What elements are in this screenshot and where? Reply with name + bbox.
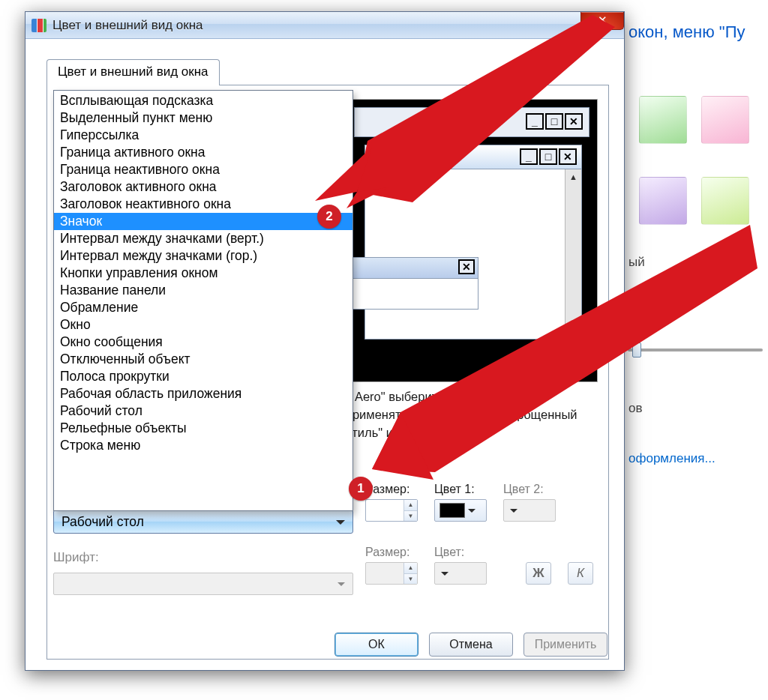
list-item[interactable]: Заголовок неактивного окна <box>54 196 352 213</box>
preview-area: _ □ ✕ _ □ ✕ нная ▲ <box>346 99 598 382</box>
preview-close-icon: ✕ <box>458 259 475 274</box>
color1-label: Цвет 1: <box>434 483 487 496</box>
bg-slider-track <box>628 349 763 351</box>
bg-slider-thumb[interactable] <box>632 343 641 357</box>
list-item[interactable]: Гиперссылка <box>54 127 352 144</box>
spin-down-icon[interactable]: ▼ <box>404 511 417 522</box>
size-label: Размер: <box>365 483 418 496</box>
list-item[interactable]: Рельефные объекты <box>54 420 352 437</box>
annotation-bubble-1: 1 <box>349 477 373 501</box>
list-item[interactable]: Окно <box>54 316 352 334</box>
font-label: Шрифт: <box>53 550 99 565</box>
bg-link-text[interactable]: оформления... <box>628 451 716 466</box>
list-item[interactable]: Рабочий стол <box>54 402 352 420</box>
bg-text-fragment-2: ов <box>628 401 643 416</box>
list-item[interactable]: Граница активного окна <box>54 144 352 161</box>
tab-window-color[interactable]: Цвет и внешний вид окна <box>46 59 220 85</box>
color2-picker <box>503 499 556 522</box>
element-dropdown-list[interactable]: Всплывающая подсказкаВыделенный пункт ме… <box>53 90 353 511</box>
spin-up-icon: ▲ <box>404 563 417 574</box>
color-swatch-lime[interactable] <box>701 177 749 225</box>
element-combobox[interactable]: Рабочий стол <box>53 510 353 534</box>
spin-up-icon[interactable]: ▲ <box>404 500 417 511</box>
color-swatch-pink[interactable] <box>701 96 749 144</box>
preview-active-window: _ □ ✕ нная ▲ ▼ <box>364 145 582 340</box>
titlebar[interactable]: Цвет и внешний вид окна ✕ <box>26 12 624 39</box>
preview-close-icon: ✕ <box>559 148 577 165</box>
font-size-label: Размер: <box>365 546 418 559</box>
italic-button[interactable]: К <box>568 562 593 585</box>
dialog-body: Цвет и внешний вид окна _ □ ✕ _ □ <box>26 39 624 670</box>
bg-text-fragment-1: ый <box>628 255 645 270</box>
preview-caption-fragment: нная <box>373 175 400 190</box>
personalization-icon <box>32 19 46 32</box>
preview-message-box: ✕ <box>351 257 478 310</box>
preview-inactive-bar: _ □ ✕ <box>354 107 590 137</box>
list-item[interactable]: Интервал между значками (гор.) <box>54 247 352 265</box>
font-combobox <box>53 573 353 595</box>
preview-scrollbar: ▲ ▼ <box>565 169 581 339</box>
cancel-button[interactable]: Отмена <box>429 633 513 657</box>
dialog-title: Цвет и внешний вид окна <box>52 18 203 33</box>
list-item[interactable]: Всплывающая подсказка <box>54 92 352 109</box>
list-item[interactable]: Полоса прокрутки <box>54 368 352 385</box>
color-swatch-green[interactable] <box>639 96 687 144</box>
list-item[interactable]: Заголовок активного окна <box>54 178 352 196</box>
font-size-spinner: ▲▼ <box>365 562 418 585</box>
list-item[interactable]: Название панели <box>54 282 352 299</box>
preview-min-icon: _ <box>520 148 538 165</box>
list-item[interactable]: Интервал между значками (верт.) <box>54 230 352 247</box>
preview-close-icon: ✕ <box>565 113 583 130</box>
bg-header-text: окон, меню "Пу <box>628 22 745 42</box>
tab-pane: _ □ ✕ _ □ ✕ нная ▲ <box>46 85 609 660</box>
color-swatch-purple[interactable] <box>639 177 687 225</box>
close-button[interactable]: ✕ <box>580 12 624 30</box>
list-item[interactable]: Отключенный объект <box>54 351 352 368</box>
font-color-picker <box>434 562 487 585</box>
scroll-down-icon: ▼ <box>566 324 581 339</box>
color1-picker[interactable] <box>434 499 487 522</box>
annotation-bubble-2: 2 <box>317 205 341 229</box>
list-item[interactable]: Граница неактивного окна <box>54 161 352 178</box>
aero-note-text: s Aero" выберите тему Windows. применять… <box>346 388 593 442</box>
ok-button[interactable]: ОК <box>334 633 418 657</box>
scroll-up-icon: ▲ <box>566 169 581 184</box>
preview-max-icon: □ <box>545 113 563 130</box>
font-color-label: Цвет: <box>434 546 487 559</box>
preview-max-icon: □ <box>539 148 557 165</box>
color1-swatch <box>440 503 465 518</box>
list-item[interactable]: Выделенный пункт меню <box>54 109 352 127</box>
color2-label: Цвет 2: <box>503 483 556 496</box>
preview-min-icon: _ <box>526 113 544 130</box>
list-item[interactable]: Рабочая область приложения <box>54 385 352 402</box>
list-item[interactable]: Значок <box>54 213 352 230</box>
list-item[interactable]: Строка меню <box>54 437 352 454</box>
list-item[interactable]: Обрамление <box>54 299 352 316</box>
list-item[interactable]: Окно сообщения <box>54 334 352 351</box>
list-item[interactable]: Кнопки управления окном <box>54 265 352 282</box>
spin-down-icon: ▼ <box>404 574 417 585</box>
apply-button: Применить <box>524 633 608 657</box>
window-color-dialog: Цвет и внешний вид окна ✕ Цвет и внешний… <box>25 11 625 671</box>
combobox-value: Рабочий стол <box>62 514 144 530</box>
size-spinner[interactable]: ▲▼ <box>365 499 418 522</box>
bold-button[interactable]: Ж <box>526 562 551 585</box>
